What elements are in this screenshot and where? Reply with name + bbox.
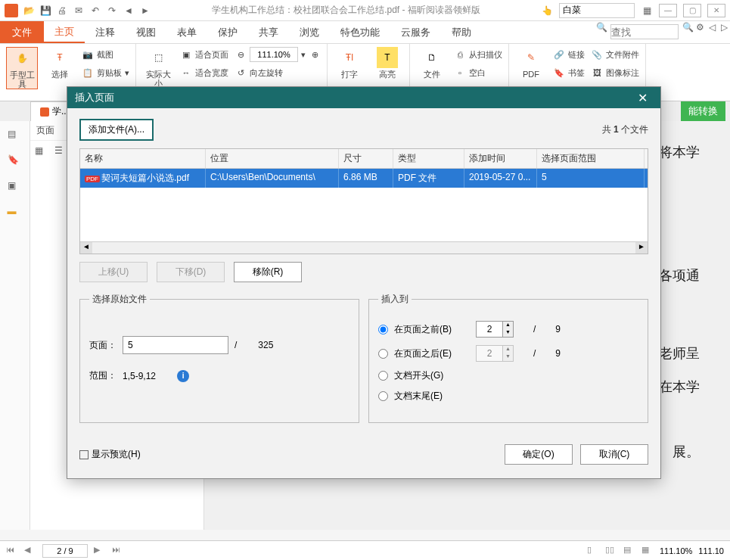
gear-icon[interactable]: ⚙ [694, 21, 706, 33]
open-icon[interactable]: 📂 [23, 5, 35, 17]
file-dropdown[interactable]: 🗋文件 [416, 47, 448, 79]
app-logo [5, 4, 18, 17]
grid-icon[interactable]: ▦ [641, 5, 653, 17]
layout-icon-1[interactable]: ▯ [587, 545, 599, 557]
prev-icon[interactable]: ◄ [123, 5, 135, 17]
link-icon: 🔗 [553, 48, 565, 61]
dialog-titlebar: 插入页面 ✕ [67, 87, 660, 108]
remove-button[interactable]: 移除(R) [234, 262, 302, 282]
col-size[interactable]: 尺寸 [339, 149, 393, 168]
menu-feature[interactable]: 特色功能 [330, 21, 390, 43]
radio-doc-end[interactable] [378, 391, 388, 401]
convert-button[interactable]: 能转换 [681, 101, 725, 121]
col-range[interactable]: 选择页面范围 [537, 149, 645, 168]
page-number-input[interactable] [42, 544, 88, 558]
menu-protect[interactable]: 保护 [207, 21, 248, 43]
menu-form[interactable]: 表单 [166, 21, 207, 43]
cancel-button[interactable]: 取消(C) [580, 444, 648, 465]
find-button-icon[interactable]: 🔍 [682, 21, 694, 33]
close-button[interactable]: ✕ [707, 4, 725, 17]
highlight-tool[interactable]: T高亮 [371, 47, 403, 79]
file-attach-button[interactable]: 📎文件附件 [591, 47, 639, 62]
thumb-icon[interactable]: ▦ [35, 145, 50, 160]
menu-cloud[interactable]: 云服务 [390, 21, 441, 43]
insert-legend: 插入到 [378, 293, 412, 306]
from-scanner[interactable]: ⎙从扫描仪 [454, 47, 502, 62]
bookmark-panel-icon[interactable]: 🔖 [8, 154, 23, 170]
find-input[interactable] [610, 24, 679, 39]
file-count: 共 1 个文件 [602, 123, 648, 136]
zoom-in-icon[interactable]: ⊕ [309, 48, 321, 61]
menu-view[interactable]: 视图 [126, 21, 166, 43]
first-page-icon[interactable]: ⏮ [6, 545, 18, 557]
pdf-sign[interactable]: ✎PDF [515, 47, 547, 79]
maximize-button[interactable]: ▢ [683, 4, 701, 17]
zoom-input[interactable] [250, 47, 298, 62]
undo-icon[interactable]: ↶ [89, 5, 101, 17]
mail-icon[interactable]: ✉ [73, 5, 85, 17]
table-row[interactable]: PDF契诃夫短篇小说选.pdf C:\Users\Ben\Documents\ … [80, 169, 648, 188]
last-page-icon[interactable]: ⏭ [112, 545, 124, 557]
move-down-button[interactable]: 下移(D) [157, 262, 225, 282]
select-tool[interactable]: Ŧ 选择 [44, 47, 76, 79]
blank-page[interactable]: ▫空白 [454, 65, 502, 80]
menu-home[interactable]: 主页 [44, 21, 85, 43]
clipboard-button[interactable]: 📋剪贴板 ▾ [82, 65, 129, 80]
dialog-close-button[interactable]: ✕ [632, 87, 653, 108]
prev-page-icon[interactable]: ◀ [24, 545, 36, 557]
col-name[interactable]: 名称 [80, 149, 206, 168]
search-folder-icon[interactable]: 🔍 [595, 21, 607, 33]
table-scrollbar[interactable]: ◄► [80, 241, 648, 254]
ok-button[interactable]: 确定(O) [505, 444, 573, 465]
menu-help[interactable]: 帮助 [441, 21, 482, 43]
pages-panel-icon[interactable]: ▤ [8, 129, 23, 144]
next-icon[interactable]: ► [139, 5, 151, 17]
save-icon[interactable]: 💾 [39, 5, 51, 17]
minimize-button[interactable]: — [659, 4, 677, 17]
rotate-left[interactable]: ↺向左旋转 [235, 65, 321, 80]
print-icon[interactable]: 🖨 [56, 5, 68, 17]
col-type[interactable]: 类型 [393, 149, 464, 168]
fit-page[interactable]: ▣适合页面 [180, 47, 228, 62]
actual-size[interactable]: ⬚ 实际大小 [142, 47, 174, 88]
radio-after[interactable] [378, 349, 388, 359]
typewriter-tool[interactable]: ŦI打字 [334, 47, 365, 79]
page-input[interactable] [123, 336, 228, 354]
col-location[interactable]: 位置 [206, 149, 339, 168]
user-field[interactable] [559, 3, 635, 18]
radio-before[interactable] [378, 325, 388, 334]
layout-icon-3[interactable]: ▤ [623, 545, 635, 557]
doc-line: 展。 [673, 436, 700, 468]
fit-width[interactable]: ↔适合宽度 [180, 65, 228, 80]
radio-doc-start[interactable] [378, 371, 388, 381]
menu-file[interactable]: 文件 [0, 21, 44, 43]
show-preview-checkbox[interactable]: 显示预览(H) [79, 448, 141, 461]
before-page-spinner[interactable]: ▲▼ [476, 321, 514, 338]
menu-comment[interactable]: 注释 [85, 21, 126, 43]
menu-browse[interactable]: 浏览 [289, 21, 330, 43]
file-icon: 🗋 [421, 47, 443, 68]
tab-icon [40, 107, 49, 117]
prev-find-icon[interactable]: ◁ [706, 21, 718, 33]
add-file-button[interactable]: 添加文件(A)... [79, 119, 154, 141]
layout-icon-4[interactable]: ▦ [641, 545, 654, 557]
hand-tool[interactable]: ✋ 手型工具 [6, 47, 38, 89]
info-icon[interactable]: i [177, 370, 189, 382]
redo-icon[interactable]: ↷ [106, 5, 118, 17]
snapshot-button[interactable]: 📷截图 [82, 47, 129, 62]
link-button[interactable]: 🔗链接 [553, 47, 585, 62]
move-up-button[interactable]: 上移(U) [79, 262, 148, 282]
comments-panel-icon[interactable]: ▬ [8, 206, 23, 221]
hand-pointer-icon[interactable]: 👆 [541, 5, 553, 17]
next-page-icon[interactable]: ▶ [94, 545, 106, 557]
zoom-out-icon[interactable]: ⊖ [235, 48, 247, 61]
col-date[interactable]: 添加时间 [464, 149, 537, 168]
layout-icon-2[interactable]: ▯▯ [605, 545, 617, 557]
layers-panel-icon[interactable]: ▣ [8, 180, 23, 195]
image-annot-button[interactable]: 🖼图像标注 [591, 65, 639, 80]
menu-share[interactable]: 共享 [248, 21, 289, 43]
blank-icon: ▫ [454, 67, 466, 79]
next-find-icon[interactable]: ▷ [718, 21, 730, 33]
bookmark-button[interactable]: 🔖书签 [553, 65, 585, 80]
camera-icon: 📷 [82, 48, 94, 61]
